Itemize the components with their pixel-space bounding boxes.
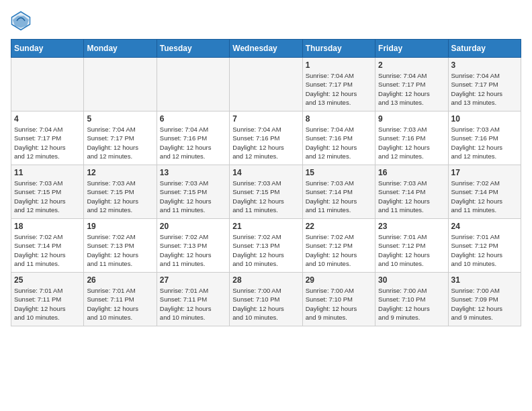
- day-number: 22: [306, 222, 372, 231]
- day-info: Sunrise: 7:03 AM Sunset: 7:15 PM Dayligh…: [87, 179, 153, 214]
- day-info: Sunrise: 7:02 AM Sunset: 7:14 PM Dayligh…: [14, 232, 81, 268]
- day-header-tuesday: Tuesday: [157, 40, 229, 58]
- day-info: Sunrise: 7:01 AM Sunset: 7:11 PM Dayligh…: [160, 286, 226, 322]
- day-info: Sunrise: 7:02 AM Sunset: 7:13 PM Dayligh…: [87, 232, 153, 268]
- calendar-cell: 19Sunrise: 7:02 AM Sunset: 7:13 PM Dayli…: [84, 219, 157, 273]
- calendar-week-row: 4Sunrise: 7:04 AM Sunset: 7:17 PM Daylig…: [11, 111, 521, 165]
- day-info: Sunrise: 7:03 AM Sunset: 7:14 PM Dayligh…: [378, 179, 445, 214]
- logo: [11, 11, 34, 31]
- day-info: Sunrise: 7:03 AM Sunset: 7:16 PM Dayligh…: [451, 125, 518, 161]
- day-info: Sunrise: 7:03 AM Sunset: 7:15 PM Dayligh…: [14, 179, 81, 214]
- day-header-friday: Friday: [375, 40, 448, 58]
- calendar-cell: 12Sunrise: 7:03 AM Sunset: 7:15 PM Dayli…: [84, 165, 157, 219]
- calendar-cell: [230, 58, 302, 111]
- day-number: 2: [378, 60, 445, 70]
- calendar-cell: 1Sunrise: 7:04 AM Sunset: 7:17 PM Daylig…: [302, 58, 375, 111]
- day-number: 31: [451, 275, 518, 285]
- calendar-cell: 29Sunrise: 7:00 AM Sunset: 7:10 PM Dayli…: [302, 273, 375, 326]
- day-number: 15: [306, 168, 372, 177]
- calendar-cell: 26Sunrise: 7:01 AM Sunset: 7:11 PM Dayli…: [84, 273, 157, 326]
- day-number: 5: [87, 114, 153, 124]
- calendar-cell: 5Sunrise: 7:04 AM Sunset: 7:17 PM Daylig…: [84, 111, 157, 165]
- day-info: Sunrise: 7:02 AM Sunset: 7:12 PM Dayligh…: [306, 232, 372, 268]
- calendar-week-row: 11Sunrise: 7:03 AM Sunset: 7:15 PM Dayli…: [11, 165, 521, 219]
- calendar-cell: 21Sunrise: 7:02 AM Sunset: 7:13 PM Dayli…: [230, 219, 302, 273]
- day-info: Sunrise: 7:01 AM Sunset: 7:11 PM Dayligh…: [14, 286, 81, 322]
- day-info: Sunrise: 7:04 AM Sunset: 7:17 PM Dayligh…: [378, 71, 445, 107]
- day-info: Sunrise: 7:04 AM Sunset: 7:17 PM Dayligh…: [14, 125, 81, 161]
- day-header-wednesday: Wednesday: [230, 40, 302, 58]
- day-info: Sunrise: 7:03 AM Sunset: 7:14 PM Dayligh…: [306, 179, 372, 214]
- calendar-week-row: 1Sunrise: 7:04 AM Sunset: 7:17 PM Daylig…: [11, 58, 521, 111]
- page-header: [11, 11, 521, 31]
- calendar-cell: 23Sunrise: 7:01 AM Sunset: 7:12 PM Dayli…: [375, 219, 448, 273]
- calendar-cell: 14Sunrise: 7:03 AM Sunset: 7:15 PM Dayli…: [230, 165, 302, 219]
- day-info: Sunrise: 7:03 AM Sunset: 7:15 PM Dayligh…: [160, 179, 226, 214]
- calendar-cell: 16Sunrise: 7:03 AM Sunset: 7:14 PM Dayli…: [375, 165, 448, 219]
- calendar-cell: 8Sunrise: 7:04 AM Sunset: 7:16 PM Daylig…: [302, 111, 375, 165]
- calendar-cell: 6Sunrise: 7:04 AM Sunset: 7:16 PM Daylig…: [157, 111, 229, 165]
- day-number: 7: [232, 114, 299, 124]
- calendar-cell: 11Sunrise: 7:03 AM Sunset: 7:15 PM Dayli…: [11, 165, 84, 219]
- calendar-header-row: SundayMondayTuesdayWednesdayThursdayFrid…: [11, 40, 521, 58]
- day-info: Sunrise: 7:03 AM Sunset: 7:15 PM Dayligh…: [232, 179, 299, 214]
- calendar-table: SundayMondayTuesdayWednesdayThursdayFrid…: [11, 39, 521, 326]
- calendar-cell: 25Sunrise: 7:01 AM Sunset: 7:11 PM Dayli…: [11, 273, 84, 326]
- calendar-week-row: 18Sunrise: 7:02 AM Sunset: 7:14 PM Dayli…: [11, 219, 521, 273]
- day-header-sunday: Sunday: [11, 40, 84, 58]
- day-info: Sunrise: 7:04 AM Sunset: 7:16 PM Dayligh…: [306, 125, 372, 161]
- day-number: 20: [160, 222, 226, 231]
- day-number: 29: [306, 275, 372, 285]
- day-number: 14: [232, 168, 299, 177]
- day-info: Sunrise: 7:00 AM Sunset: 7:09 PM Dayligh…: [451, 286, 518, 322]
- calendar-cell: 10Sunrise: 7:03 AM Sunset: 7:16 PM Dayli…: [448, 111, 521, 165]
- day-info: Sunrise: 7:04 AM Sunset: 7:17 PM Dayligh…: [451, 71, 518, 107]
- day-number: 8: [306, 114, 372, 124]
- day-number: 1: [306, 60, 372, 70]
- calendar-cell: 31Sunrise: 7:00 AM Sunset: 7:09 PM Dayli…: [448, 273, 521, 326]
- day-number: 11: [14, 168, 81, 177]
- day-info: Sunrise: 7:04 AM Sunset: 7:17 PM Dayligh…: [306, 71, 372, 107]
- day-info: Sunrise: 7:01 AM Sunset: 7:12 PM Dayligh…: [451, 232, 518, 268]
- day-header-saturday: Saturday: [448, 40, 521, 58]
- day-info: Sunrise: 7:00 AM Sunset: 7:10 PM Dayligh…: [378, 286, 445, 322]
- calendar-cell: 17Sunrise: 7:02 AM Sunset: 7:14 PM Dayli…: [448, 165, 521, 219]
- day-info: Sunrise: 7:02 AM Sunset: 7:13 PM Dayligh…: [160, 232, 226, 268]
- day-number: 27: [160, 275, 226, 285]
- calendar-cell: 27Sunrise: 7:01 AM Sunset: 7:11 PM Dayli…: [157, 273, 229, 326]
- logo-icon: [11, 11, 31, 31]
- calendar-cell: 22Sunrise: 7:02 AM Sunset: 7:12 PM Dayli…: [302, 219, 375, 273]
- day-info: Sunrise: 7:01 AM Sunset: 7:12 PM Dayligh…: [378, 232, 445, 268]
- day-number: 6: [160, 114, 226, 124]
- day-number: 18: [14, 222, 81, 231]
- calendar-cell: 24Sunrise: 7:01 AM Sunset: 7:12 PM Dayli…: [448, 219, 521, 273]
- day-number: 4: [14, 114, 81, 124]
- day-number: 9: [378, 114, 445, 124]
- day-info: Sunrise: 7:04 AM Sunset: 7:16 PM Dayligh…: [160, 125, 226, 161]
- calendar-cell: 3Sunrise: 7:04 AM Sunset: 7:17 PM Daylig…: [448, 58, 521, 111]
- day-number: 26: [87, 275, 153, 285]
- calendar-cell: [11, 58, 84, 111]
- day-number: 17: [451, 168, 518, 177]
- day-number: 13: [160, 168, 226, 177]
- calendar-cell: [84, 58, 157, 111]
- day-number: 19: [87, 222, 153, 231]
- calendar-cell: [157, 58, 229, 111]
- calendar-cell: 13Sunrise: 7:03 AM Sunset: 7:15 PM Dayli…: [157, 165, 229, 219]
- day-info: Sunrise: 7:00 AM Sunset: 7:10 PM Dayligh…: [306, 286, 372, 322]
- day-info: Sunrise: 7:02 AM Sunset: 7:13 PM Dayligh…: [232, 232, 299, 268]
- day-info: Sunrise: 7:02 AM Sunset: 7:14 PM Dayligh…: [451, 179, 518, 214]
- calendar-cell: 18Sunrise: 7:02 AM Sunset: 7:14 PM Dayli…: [11, 219, 84, 273]
- day-number: 12: [87, 168, 153, 177]
- day-number: 25: [14, 275, 81, 285]
- day-number: 24: [451, 222, 518, 231]
- day-header-monday: Monday: [84, 40, 157, 58]
- day-number: 3: [451, 60, 518, 70]
- day-info: Sunrise: 7:04 AM Sunset: 7:16 PM Dayligh…: [232, 125, 299, 161]
- day-number: 10: [451, 114, 518, 124]
- calendar-cell: 7Sunrise: 7:04 AM Sunset: 7:16 PM Daylig…: [230, 111, 302, 165]
- calendar-cell: 2Sunrise: 7:04 AM Sunset: 7:17 PM Daylig…: [375, 58, 448, 111]
- day-number: 23: [378, 222, 445, 231]
- calendar-cell: 30Sunrise: 7:00 AM Sunset: 7:10 PM Dayli…: [375, 273, 448, 326]
- day-info: Sunrise: 7:03 AM Sunset: 7:16 PM Dayligh…: [378, 125, 445, 161]
